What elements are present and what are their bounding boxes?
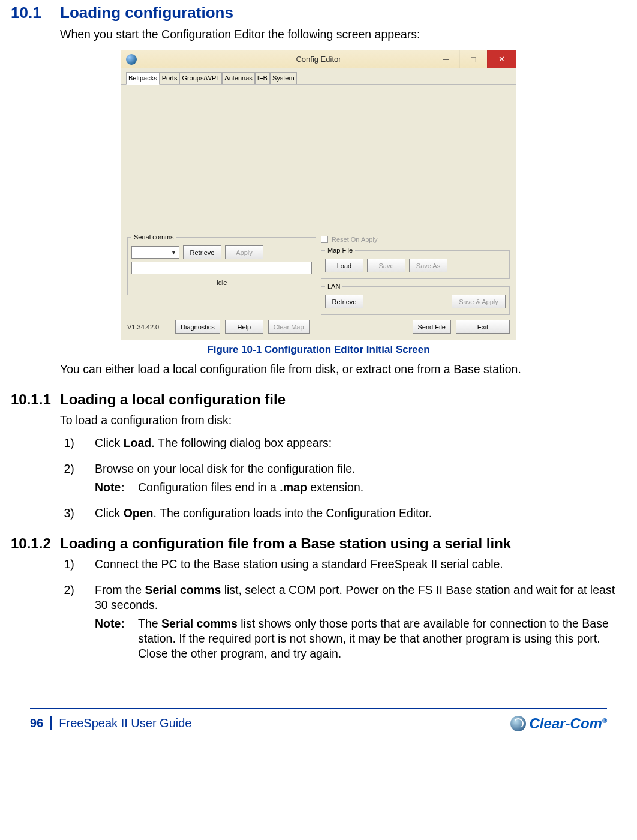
list-item: From the Serial comms list, select a COM…	[84, 583, 623, 661]
tab-ports[interactable]: Ports	[160, 72, 180, 84]
subsection-1-steps: Click Load. The following dialog box app…	[60, 436, 637, 521]
subsection-1-intro: To load a configuration from disk:	[60, 413, 637, 427]
lan-retrieve-button[interactable]: Retrieve	[325, 295, 363, 308]
tab-ifb[interactable]: IFB	[255, 72, 270, 84]
saveas-button[interactable]: Save As	[409, 259, 447, 272]
section-title-text: Loading configurations	[60, 4, 233, 22]
sendfile-button[interactable]: Send File	[413, 320, 451, 334]
exit-button[interactable]: Exit	[456, 320, 510, 334]
diagnostics-button[interactable]: Diagnostics	[175, 320, 220, 334]
config-editor-window: Config Editor ─ ◻ ✕ Beltpacks Ports Grou…	[121, 50, 516, 340]
subsection-1-number: 10.1.1	[11, 391, 60, 408]
section-intro: When you start the Configuration Editor …	[60, 27, 637, 41]
list-item: Click Load. The following dialog box app…	[84, 436, 623, 451]
guide-name: FreeSpeak II User Guide	[59, 716, 191, 730]
page-number: 96	[30, 716, 52, 730]
tab-bar: Beltpacks Ports Groups/WPL Antennas IFB …	[121, 68, 516, 85]
clearmap-button[interactable]: Clear Map	[268, 320, 310, 334]
chevron-down-icon: ▼	[171, 250, 176, 256]
list-item: Connect the PC to the Base station using…	[84, 557, 623, 572]
window-titlebar: Config Editor ─ ◻ ✕	[121, 50, 516, 68]
subsection-1-title: Loading a local configuration file	[60, 391, 286, 407]
subsection-2-heading: 10.1.2Loading a configuration file from …	[11, 535, 637, 552]
note-text: The Serial comms list shows only those p…	[138, 616, 623, 661]
help-button[interactable]: Help	[225, 320, 263, 334]
lan-legend: LAN	[325, 283, 342, 290]
page-footer: 96 FreeSpeak II User Guide Clear-Com®	[30, 708, 607, 732]
subsection-1-heading: 10.1.1Loading a local configuration file	[11, 391, 637, 408]
subsection-2-title: Loading a configuration file from a Base…	[60, 535, 511, 551]
note-label: Note:	[95, 616, 138, 661]
note-label: Note:	[95, 480, 138, 495]
serial-comms-legend: Serial comms	[131, 233, 176, 241]
retrieve-button[interactable]: Retrieve	[183, 245, 221, 259]
serial-port-combo[interactable]: ▼	[131, 246, 179, 259]
brand-logo: Clear-Com®	[510, 715, 607, 732]
note-text: Configuration files end in a .map extens…	[138, 480, 363, 495]
load-button[interactable]: Load	[325, 259, 363, 272]
figure-caption: Figure 10-1 Configuration Editor Initial…	[121, 344, 516, 356]
status-idle: Idle	[131, 279, 312, 286]
reset-on-apply-label: Reset On Apply	[332, 236, 377, 243]
tab-beltpacks[interactable]: Beltpacks	[126, 72, 160, 85]
map-file-legend: Map File	[325, 247, 355, 254]
lan-group: LAN Retrieve Save & Apply	[321, 283, 510, 315]
tab-system[interactable]: System	[270, 72, 297, 84]
section-heading: 10.1Loading configurations	[11, 4, 637, 22]
section-number: 10.1	[11, 4, 60, 22]
main-panel	[127, 89, 510, 233]
reset-on-apply-checkbox[interactable]	[321, 236, 328, 243]
subsection-2-number: 10.1.2	[11, 535, 60, 552]
globe-icon	[510, 716, 526, 731]
save-button[interactable]: Save	[367, 259, 405, 272]
serial-status-field	[131, 262, 312, 274]
window-title: Config Editor	[121, 55, 516, 64]
list-item: Browse on your local disk for the config…	[84, 461, 623, 495]
apply-button[interactable]: Apply	[225, 245, 263, 259]
figure-after-text: You can either load a local configuratio…	[60, 362, 637, 376]
version-label: V1.34.42.0	[127, 323, 170, 331]
save-apply-button[interactable]: Save & Apply	[452, 295, 506, 308]
tab-groups[interactable]: Groups/WPL	[179, 72, 222, 84]
list-item: Click Open. The configuration loads into…	[84, 506, 623, 521]
serial-comms-group: Serial comms ▼ Retrieve Apply Idle	[127, 233, 316, 295]
subsection-2-steps: Connect the PC to the Base station using…	[60, 557, 637, 661]
map-file-group: Map File Load Save Save As	[321, 247, 510, 279]
tab-antennas[interactable]: Antennas	[222, 72, 254, 84]
